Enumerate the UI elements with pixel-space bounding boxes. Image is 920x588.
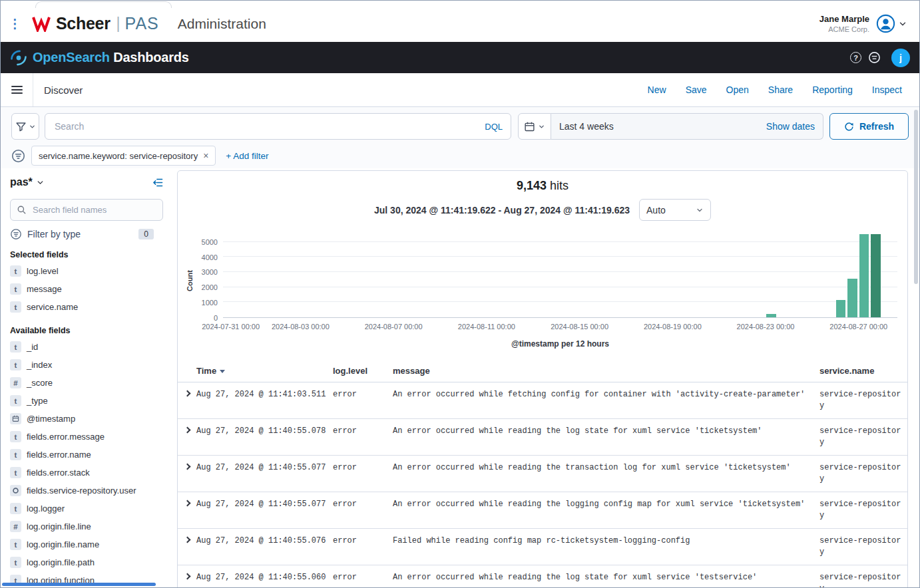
brand-scheer: Scheer xyxy=(56,14,111,33)
nav-link-save[interactable]: Save xyxy=(686,84,707,95)
histogram-bar[interactable] xyxy=(836,300,845,317)
histogram-plot xyxy=(223,233,897,318)
index-pattern-name: pas* xyxy=(10,176,33,188)
user-account-icon[interactable] xyxy=(876,14,895,33)
histogram-bar[interactable] xyxy=(871,234,880,317)
nav-link-reporting[interactable]: Reporting xyxy=(812,84,853,95)
table-row[interactable]: Aug 27, 2024 @ 11:40:55.077errorAn error… xyxy=(178,492,907,529)
field-item-_id[interactable]: t_id xyxy=(10,338,163,356)
field-item-_score[interactable]: #_score xyxy=(10,374,163,392)
table-row[interactable]: Aug 27, 2024 @ 11:40:55.060errorAn error… xyxy=(178,565,907,587)
nav-link-new[interactable]: New xyxy=(648,84,666,95)
cell-log-level: error xyxy=(333,426,393,437)
histogram-chart[interactable]: Count 010002000300040005000 2024-07-31 0… xyxy=(178,229,907,354)
filter-pill-label: service.name.keyword: service-repository xyxy=(39,151,198,161)
expand-row-chevron-icon[interactable] xyxy=(178,462,196,469)
hamburger-menu-icon[interactable] xyxy=(1,73,33,106)
cell-log-level: error xyxy=(333,389,393,400)
hits-count: 9,143 xyxy=(517,179,547,192)
field-name: service.name xyxy=(27,301,78,312)
nav-link-open[interactable]: Open xyxy=(726,84,749,95)
field-item-fields.service-repository.user[interactable]: fields.service-repository.user xyxy=(10,482,163,500)
expand-row-chevron-icon[interactable] xyxy=(178,572,196,579)
field-item-_type[interactable]: t_type xyxy=(10,392,163,410)
search-icon xyxy=(17,205,27,215)
string-field-icon: t xyxy=(10,359,21,370)
table-header-service-name[interactable]: service.name xyxy=(819,366,907,376)
field-search-box xyxy=(10,199,163,221)
user-menu-chevron-down-icon[interactable] xyxy=(898,19,907,29)
search-input[interactable] xyxy=(53,120,479,132)
refresh-icon xyxy=(844,122,854,132)
cell-message: An error occurred while reading the log … xyxy=(393,426,819,437)
sort-descending-icon[interactable] xyxy=(220,370,225,373)
field-item-log.logger[interactable]: tlog.logger xyxy=(10,500,163,517)
field-item-@timestamp[interactable]: @timestamp xyxy=(10,410,163,428)
histogram-bar[interactable] xyxy=(859,234,869,317)
time-range-value[interactable]: Last 4 weeks xyxy=(559,121,614,132)
expand-row-chevron-icon[interactable] xyxy=(178,535,196,542)
time-range-control[interactable]: Last 4 weeks Show dates xyxy=(551,113,823,140)
index-pattern-selector[interactable]: pas* xyxy=(10,176,45,188)
field-item-fields.error.name[interactable]: tfields.error.name xyxy=(10,446,163,464)
help-icon[interactable]: ? xyxy=(850,52,861,63)
saved-query-filter-icon xyxy=(15,121,27,132)
x-tick-label: 2024-08-03 00:00 xyxy=(272,323,330,331)
nav-link-inspect[interactable]: Inspect xyxy=(872,84,902,95)
query-language-button[interactable]: DQL xyxy=(485,122,503,132)
cell-service-name: service-repository xyxy=(819,462,907,485)
y-tick-label: 2000 xyxy=(202,283,218,291)
date-picker-calendar-button[interactable] xyxy=(518,113,551,140)
app-menu-kebab-icon[interactable]: ⋮ xyxy=(9,19,21,29)
opensearch-brand[interactable]: OpenSearch Dashboards xyxy=(10,49,189,67)
filter-by-type-button[interactable]: Filter by type 0 xyxy=(10,228,163,240)
table-header-log-level[interactable]: log.level xyxy=(333,366,393,376)
global-filters-menu-icon[interactable] xyxy=(11,149,25,163)
table-header-time[interactable]: Time xyxy=(196,366,333,376)
expand-row-chevron-icon[interactable] xyxy=(178,389,196,396)
table-row[interactable]: Aug 27, 2024 @ 11:40:55.078errorAn error… xyxy=(178,419,907,456)
interval-select[interactable]: Auto xyxy=(639,199,711,221)
field-item-log.origin.file.path[interactable]: tlog.origin.file.path xyxy=(10,553,163,571)
string-field-icon: t xyxy=(10,431,21,442)
string-field-icon: t xyxy=(10,341,21,353)
field-item-fields.error.stack[interactable]: tfields.error.stack xyxy=(10,464,163,482)
field-item-log.level[interactable]: tlog.level xyxy=(10,262,163,280)
nav-link-share[interactable]: Share xyxy=(768,84,793,95)
field-item-log.origin.file.line[interactable]: #log.origin.file.line xyxy=(10,517,163,535)
add-filter-button[interactable]: + Add filter xyxy=(226,151,268,161)
field-name: fields.service-repository.user xyxy=(27,485,136,496)
filter-remove-icon[interactable]: × xyxy=(203,150,208,161)
field-name: fields.error.message xyxy=(27,431,105,442)
table-row[interactable]: Aug 27, 2024 @ 11:40:55.077errorAn error… xyxy=(178,456,907,492)
y-tick-label: 0 xyxy=(214,314,218,322)
field-item-fields.error.message[interactable]: tfields.error.message xyxy=(10,428,163,446)
page-scrollbar[interactable] xyxy=(913,107,919,586)
user-meta: Jane Marple ACME Corp. xyxy=(819,14,869,33)
table-header-message[interactable]: message xyxy=(393,366,819,376)
page-scrollbar-thumb[interactable] xyxy=(914,110,918,284)
histogram-bar[interactable] xyxy=(847,279,857,317)
field-item-service.name[interactable]: tservice.name xyxy=(10,298,163,316)
show-dates-button[interactable]: Show dates xyxy=(766,121,815,132)
keyboard-shortcuts-icon[interactable] xyxy=(868,51,881,64)
collapse-sidebar-icon[interactable] xyxy=(152,177,163,188)
saved-query-menu-button[interactable] xyxy=(11,113,39,140)
histogram-bar[interactable] xyxy=(766,314,776,317)
field-item-message[interactable]: tmessage xyxy=(10,280,163,298)
cell-log-level: error xyxy=(333,462,393,474)
field-search-input[interactable] xyxy=(31,204,156,216)
filter-pill[interactable]: service.name.keyword: service-repository… xyxy=(31,146,216,166)
table-row[interactable]: Aug 27, 2024 @ 11:40:55.076errorFailed w… xyxy=(178,529,907,565)
table-row[interactable]: Aug 27, 2024 @ 11:41:03.511errorAn error… xyxy=(178,382,907,419)
expand-row-chevron-icon[interactable] xyxy=(178,426,196,432)
refresh-button[interactable]: Refresh xyxy=(829,113,909,140)
cell-service-name: service-repository xyxy=(819,572,907,587)
field-name: log.origin.file.name xyxy=(27,539,99,549)
cell-message: An error occurred while reading the log … xyxy=(393,572,819,583)
sidebar-scrollbar[interactable] xyxy=(2,583,156,586)
field-item-_index[interactable]: t_index xyxy=(10,356,163,374)
user-avatar[interactable]: j xyxy=(891,49,910,67)
field-item-log.origin.file.name[interactable]: tlog.origin.file.name xyxy=(10,535,163,553)
expand-row-chevron-icon[interactable] xyxy=(178,499,196,506)
